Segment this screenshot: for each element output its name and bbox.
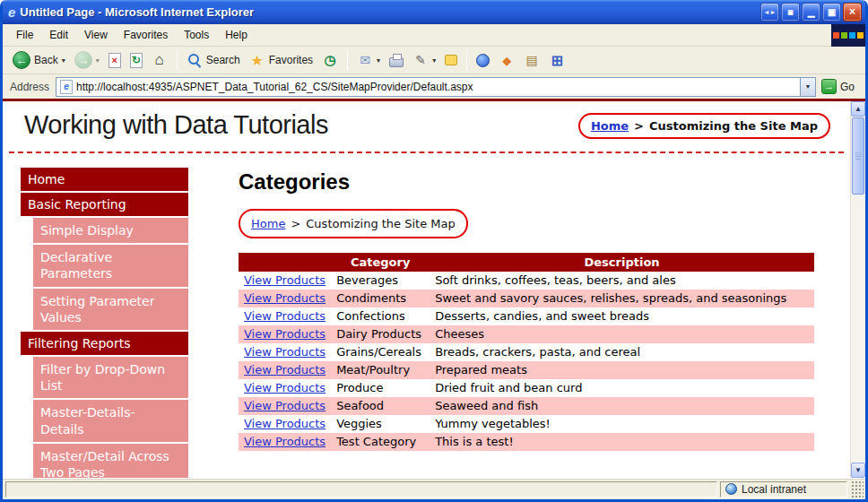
browser-window: e Untitled Page - Microsoft Internet Exp… xyxy=(0,0,868,502)
messenger-button[interactable] xyxy=(472,48,494,72)
sidebar-item-simple-display[interactable]: Simple Display xyxy=(33,218,188,243)
view-products-cell: View Products xyxy=(239,290,331,307)
menu-favorites[interactable]: Favorites xyxy=(116,25,176,45)
mail-button[interactable]: ✉▾ xyxy=(352,48,385,72)
dropdown-arrow-icon[interactable]: ▾ xyxy=(96,56,100,65)
forward-button[interactable]: →▾ xyxy=(70,48,104,72)
view-products-link[interactable]: View Products xyxy=(244,363,326,376)
status-zone-label: Local intranet xyxy=(742,483,806,496)
discuss-button[interactable] xyxy=(440,48,462,72)
category-cell: Seafood xyxy=(331,397,430,415)
restore-button[interactable]: ▣ xyxy=(822,3,841,22)
view-products-link[interactable]: View Products xyxy=(244,309,326,323)
sidebar-item-master-details-details[interactable]: Master-Details-Details xyxy=(33,400,188,441)
mail-icon: ✉ xyxy=(357,52,373,68)
column-header-category: Category xyxy=(331,253,430,272)
category-cell: Dairy Products xyxy=(331,325,430,343)
back-button[interactable]: ←Back▾ xyxy=(8,48,70,72)
window-controls: ◄►▣▁▣× xyxy=(759,3,862,22)
breadcrumb-home-link[interactable]: Home xyxy=(251,217,285,230)
view-products-link[interactable]: View Products xyxy=(244,345,326,359)
view-products-link[interactable]: View Products xyxy=(244,291,326,305)
refresh-button[interactable]: ↻ xyxy=(126,48,147,72)
stop-button[interactable]: × xyxy=(104,48,126,72)
scroll-up-button[interactable]: ▲ xyxy=(851,101,865,117)
view-products-cell: View Products xyxy=(239,361,331,379)
search-icon xyxy=(187,52,203,68)
sidebar-item-master-detail-across-two-pages[interactable]: Master/Detail Across Two Pages xyxy=(33,444,188,478)
go-button[interactable]: → Go xyxy=(816,76,862,98)
tiles-icon: ⊞ xyxy=(549,52,565,68)
table-row: View ProductsBeveragesSoft drinks, coffe… xyxy=(239,272,814,290)
view-products-link[interactable]: View Products xyxy=(244,381,326,394)
status-message-panel xyxy=(5,481,717,498)
address-input[interactable] xyxy=(76,79,800,95)
menu-view[interactable]: View xyxy=(76,25,116,45)
title-bar[interactable]: e Untitled Page - Microsoft Internet Exp… xyxy=(3,0,865,24)
menu-edit[interactable]: Edit xyxy=(41,25,76,45)
home-icon: ⌂ xyxy=(152,52,168,68)
table-row: View ProductsGrains/CerealsBreads, crack… xyxy=(239,343,814,361)
sidebar-item-basic-reporting[interactable]: Basic Reporting xyxy=(21,193,188,216)
minimize-button[interactable]: ▁ xyxy=(802,3,820,22)
view-products-cell: View Products xyxy=(239,343,331,361)
go-arrow-icon: → xyxy=(821,79,837,94)
messenger-icon xyxy=(476,54,490,67)
print-button[interactable] xyxy=(385,48,408,72)
close-button[interactable]: × xyxy=(843,3,862,22)
vertical-scrollbar[interactable]: ▲ ▼ xyxy=(850,101,865,478)
category-cell: Beverages xyxy=(331,272,430,290)
stop-icon: × xyxy=(108,53,121,68)
research-button[interactable]: ◆ xyxy=(494,48,519,72)
menu-tools[interactable]: Tools xyxy=(176,25,217,45)
view-products-link[interactable]: View Products xyxy=(244,399,326,412)
breadcrumb-separator: > xyxy=(634,119,644,133)
address-bar: Address e ▼ → Go xyxy=(3,74,865,99)
sidebar-item-setting-parameter-values[interactable]: Setting Parameter Values xyxy=(33,289,188,330)
sidebar-item-declarative-parameters[interactable]: Declarative Parameters xyxy=(33,245,188,286)
view-products-link[interactable]: View Products xyxy=(244,327,326,341)
dropdown-arrow-icon[interactable]: ▾ xyxy=(62,56,65,65)
breadcrumb-home-link[interactable]: Home xyxy=(591,119,629,133)
menu-help[interactable]: Help xyxy=(217,25,256,45)
address-field[interactable]: e ▼ xyxy=(56,77,816,97)
history-button[interactable]: ◷ xyxy=(317,48,343,72)
monitor-arrows-button[interactable]: ◄► xyxy=(760,3,779,22)
sidebar-item-filtering-reports[interactable]: Filtering Reports xyxy=(21,332,188,355)
scroll-down-button[interactable]: ▼ xyxy=(851,463,865,478)
toolbar: ←Back▾→▾×↻⌂Search★Favorites◷✉▾✎▾◆▤⊞ xyxy=(3,47,865,74)
search-button[interactable]: Search xyxy=(182,48,245,72)
scrollbar-thumb[interactable] xyxy=(852,117,864,195)
tiles-button[interactable]: ⊞ xyxy=(544,48,569,72)
sidebar-item-home[interactable]: Home xyxy=(21,168,188,191)
description-cell: Prepared meats xyxy=(430,361,814,379)
view-products-link[interactable]: View Products xyxy=(244,417,326,430)
view-products-link[interactable]: View Products xyxy=(244,273,326,287)
menu-file[interactable]: File xyxy=(8,25,41,45)
dropdown-arrow-icon[interactable]: ▾ xyxy=(432,56,436,65)
monitor-window-button[interactable]: ▣ xyxy=(781,3,800,22)
menu-bar: FileEditViewFavoritesToolsHelp xyxy=(3,24,865,47)
description-cell: Yummy vegetables! xyxy=(430,415,814,433)
page-body: HomeBasic ReportingSimple DisplayDeclara… xyxy=(3,153,850,478)
scrollbar-track[interactable] xyxy=(851,117,865,463)
resize-grip[interactable] xyxy=(850,481,864,498)
table-row: View ProductsTest CategoryThis is a test… xyxy=(239,433,814,451)
breadcrumb-separator: > xyxy=(291,217,300,230)
folders-button[interactable]: ▤ xyxy=(519,48,544,72)
view-products-link[interactable]: View Products xyxy=(244,435,326,448)
edit-button[interactable]: ✎▾ xyxy=(408,48,440,72)
browser-viewport: Working with Data Tutorials Home > Custo… xyxy=(3,101,865,478)
favorites-button-label: Favorites xyxy=(269,54,313,66)
sidebar-item-filter-by-drop-down-list[interactable]: Filter by Drop-Down List xyxy=(33,357,188,398)
view-products-cell: View Products xyxy=(239,415,331,433)
edit-icon: ✎ xyxy=(412,52,429,68)
address-dropdown-button[interactable]: ▼ xyxy=(800,78,815,96)
description-cell: Breads, crackers, pasta, and cereal xyxy=(430,343,814,361)
home-button[interactable]: ⌂ xyxy=(147,48,172,72)
column-header-blank xyxy=(239,253,331,272)
dropdown-arrow-icon[interactable]: ▾ xyxy=(377,56,380,65)
category-cell: Condiments xyxy=(331,290,430,307)
favorites-button[interactable]: ★Favorites xyxy=(245,48,317,72)
category-cell: Test Category xyxy=(331,433,430,451)
